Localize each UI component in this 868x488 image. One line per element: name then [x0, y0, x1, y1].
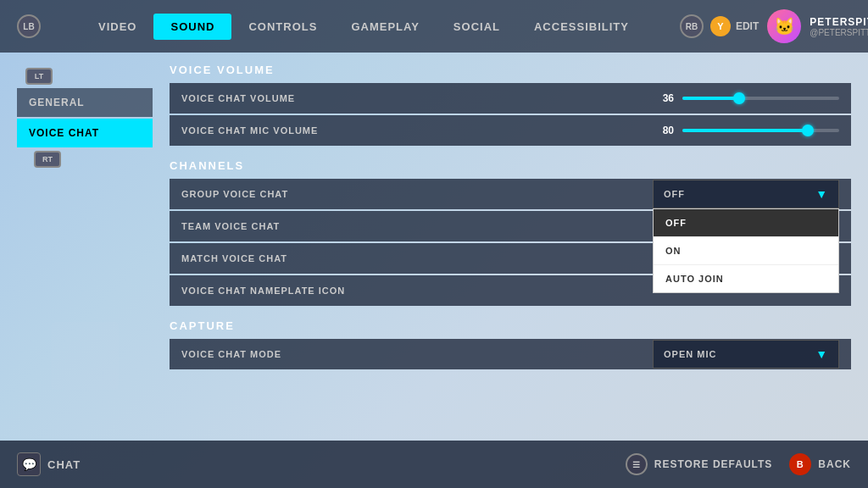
tab-accessibility[interactable]: ACCESSIBILITY	[517, 14, 646, 40]
restore-defaults-label: RESTORE DEFAULTS	[654, 458, 773, 470]
chat-label: CHAT	[47, 458, 81, 471]
group-voice-chat-dropdown-value: OFF	[664, 189, 685, 199]
voice-chat-volume-slider[interactable]	[682, 97, 839, 100]
dropdown-option-auto-join[interactable]: AUTO JOIN	[654, 265, 838, 292]
back-label: BACK	[818, 458, 851, 470]
chat-icon[interactable]: 💬	[17, 452, 41, 476]
dropdown-option-on[interactable]: ON	[654, 237, 838, 265]
capture-dropdown-arrow-icon: ▼	[815, 347, 828, 361]
sidebar-item-voice-chat[interactable]: VOICE CHAT	[17, 119, 153, 147]
voice-chat-mode-value: OPEN MIC	[664, 349, 716, 359]
tab-gameplay[interactable]: GAMEPLAY	[334, 14, 436, 40]
voice-mic-volume-slider-container: 80	[653, 125, 839, 136]
group-voice-chat-dropdown-btn[interactable]: OFF ▼	[653, 180, 839, 208]
sidebar-item-general[interactable]: GENERAL	[17, 88, 153, 117]
voice-mic-volume-fill	[682, 129, 808, 132]
voice-chat-mode-dropdown-btn[interactable]: OPEN MIC ▼	[653, 340, 839, 369]
lt-button[interactable]: LT	[25, 68, 53, 85]
lb-button[interactable]: LB	[17, 14, 41, 38]
y-button: Y	[710, 16, 731, 36]
edit-label: EDIT	[736, 20, 759, 32]
gamertag: @PETERSPITTECH	[810, 28, 868, 37]
voice-chat-volume-row: VOICE CHAT VOLUME 36	[170, 83, 851, 114]
voice-mic-volume-value: 80	[653, 125, 674, 136]
group-voice-chat-dropdown-list: OFF ON AUTO JOIN	[653, 208, 839, 293]
rb-button[interactable]: RB	[680, 14, 704, 38]
voice-chat-mode-dropdown[interactable]: OPEN MIC ▼	[653, 340, 839, 369]
voice-chat-mode-row: VOICE CHAT MODE OPEN MIC ▼	[170, 339, 851, 369]
voice-mic-volume-row: VOICE CHAT MIC VOLUME 80	[170, 115, 851, 146]
username-block: PETERSPITTEC @PETERSPITTECH	[810, 16, 868, 37]
voice-mic-volume-label: VOICE CHAT MIC VOLUME	[181, 125, 653, 136]
voice-chat-volume-thumb[interactable]	[733, 92, 745, 104]
voice-mic-volume-slider[interactable]	[682, 129, 839, 132]
username: PETERSPITTEC	[810, 16, 868, 28]
voice-chat-volume-label: VOICE CHAT VOLUME	[181, 93, 653, 103]
group-voice-chat-dropdown[interactable]: OFF ▼ OFF ON AUTO JOIN	[653, 180, 839, 208]
voice-chat-volume-value: 36	[653, 92, 674, 104]
channels-rows: GROUP VOICE CHAT OFF ▼ OFF ON AUTO JOIN …	[170, 179, 851, 306]
bottom-bar: 💬 CHAT ☰ RESTORE DEFAULTS B BACK	[0, 441, 868, 488]
nav-tabs: VIDEO SOUND CONTROLS GAMEPLAY SOCIAL ACC…	[81, 14, 646, 40]
main-content: VOICE VOLUME VOICE CHAT VOLUME 36 VOICE …	[170, 64, 851, 437]
bottom-left: 💬 CHAT	[17, 452, 81, 476]
voice-volume-title: VOICE VOLUME	[170, 64, 851, 76]
dropdown-arrow-icon: ▼	[815, 187, 828, 201]
capture-title: CAPTURE	[170, 319, 851, 332]
voice-chat-volume-fill	[682, 97, 739, 100]
bottom-right: ☰ RESTORE DEFAULTS B BACK	[626, 453, 851, 475]
voice-chat-volume-slider-container: 36	[653, 92, 839, 104]
dropdown-option-off[interactable]: OFF	[654, 209, 838, 237]
top-nav: LB VIDEO SOUND CONTROLS GAMEPLAY SOCIAL …	[0, 0, 868, 53]
group-voice-chat-label: GROUP VOICE CHAT	[181, 189, 653, 199]
tab-social[interactable]: SOCIAL	[437, 14, 517, 40]
back-action[interactable]: B BACK	[789, 453, 851, 475]
voice-chat-mode-label: VOICE CHAT MODE	[181, 349, 653, 359]
voice-mic-volume-thumb[interactable]	[802, 125, 814, 136]
edit-button[interactable]: Y EDIT	[710, 16, 759, 36]
tab-sound[interactable]: SOUND	[153, 14, 231, 40]
menu-icon: ☰	[626, 453, 648, 475]
avatar: 🐱	[767, 9, 801, 43]
tab-controls[interactable]: CONTROLS	[231, 14, 334, 40]
sidebar: LT GENERAL VOICE CHAT RT	[17, 68, 153, 171]
tab-video[interactable]: VIDEO	[81, 14, 153, 40]
rt-button[interactable]: RT	[34, 151, 61, 168]
group-voice-chat-row: GROUP VOICE CHAT OFF ▼ OFF ON AUTO JOIN	[170, 179, 851, 209]
b-button: B	[789, 453, 811, 475]
channels-title: CHANNELS	[170, 159, 851, 172]
top-right-area: Y EDIT 🐱 PETERSPITTEC @PETERSPITTECH 👤 🔔	[710, 9, 868, 43]
restore-defaults-action[interactable]: ☰ RESTORE DEFAULTS	[626, 453, 773, 475]
